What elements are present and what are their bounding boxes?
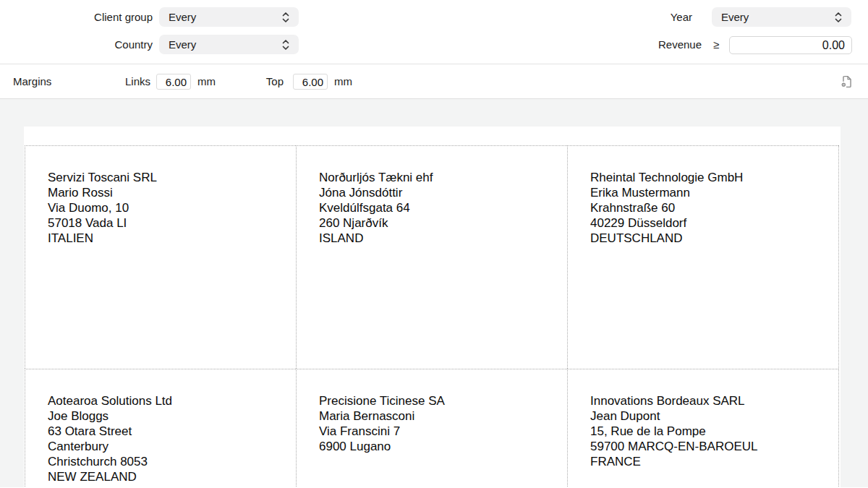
labels-grid: Servizi Toscani SRLMario RossiVia Duomo,… (25, 145, 839, 487)
chevron-up-down-icon (281, 12, 290, 23)
address-line: FRANCE (590, 454, 831, 469)
address-line: DEUTSCHLAND (590, 231, 831, 246)
address-label: Precisione Ticinese SAMaria BernasconiVi… (296, 369, 567, 487)
address-line: Rheintal Technologie GmbH (590, 170, 831, 185)
address-line: 63 Otara Street (48, 424, 289, 439)
client-group-select[interactable]: Every (159, 7, 299, 27)
label-sheet: Servizi Toscani SRLMario RossiVia Duomo,… (24, 127, 841, 487)
address-line: 57018 Vada LI (48, 215, 289, 231)
address-line: Precisione Ticinese SA (319, 393, 560, 408)
address-line: 15, Rue de la Pompe (590, 424, 831, 439)
country-select[interactable]: Every (159, 35, 299, 54)
address-line: Canterbury (48, 439, 289, 454)
margin-top-label: Top (257, 64, 284, 99)
margin-left-label: Links (109, 64, 150, 99)
margins-bar: Margins Links mm Top mm (0, 64, 868, 99)
client-group-value: Every (169, 11, 281, 23)
margin-left-unit: mm (197, 64, 216, 99)
revenue-input[interactable] (729, 36, 852, 54)
year-select[interactable]: Every (712, 7, 851, 27)
greater-equal-sign: ≥ (713, 35, 719, 54)
address-line: 6900 Lugano (319, 439, 560, 454)
country-label: Country (8, 35, 153, 54)
year-label: Year (579, 7, 692, 27)
filter-bar: Client group Every Country Every Year Ev… (0, 0, 868, 64)
chevron-up-down-icon (281, 39, 290, 51)
country-value: Every (169, 38, 281, 51)
address-line: ITALIEN (48, 231, 289, 246)
address-line: Via Franscini 7 (319, 424, 560, 439)
address-line: Christchurch 8053 (48, 454, 289, 469)
address-line: Krahnstraße 60 (590, 200, 831, 215)
year-value: Every (721, 11, 834, 23)
address-line: Servizi Toscani SRL (48, 170, 289, 185)
address-line: Erika Mustermann (590, 185, 831, 200)
address-line: Via Duomo, 10 (48, 200, 289, 215)
address-line: Joe Bloggs (48, 408, 289, 424)
address-line: Aotearoa Solutions Ltd (48, 393, 289, 408)
revenue-label: Revenue (579, 35, 702, 54)
address-line: 59700 MARCQ-EN-BAROEUL (590, 439, 831, 454)
address-line: 260 Njarðvík (319, 215, 560, 231)
address-label: Innovations Bordeaux SARLJean Dupont15, … (567, 369, 838, 487)
address-label: Rheintal Technologie GmbHErika Musterman… (567, 145, 838, 369)
address-line: Maria Bernasconi (319, 408, 560, 424)
page-setup-icon (838, 74, 854, 90)
address-line: Mario Rossi (48, 185, 289, 200)
address-line: Kveldúlfsgata 64 (319, 200, 560, 215)
client-group-label: Client group (8, 7, 153, 27)
address-line: Jóna Jónsdóttir (319, 185, 560, 200)
address-line: Norðurljós Tækni ehf (319, 170, 560, 185)
address-label: Servizi Toscani SRLMario RossiVia Duomo,… (25, 145, 296, 369)
address-line: Jean Dupont (590, 408, 831, 424)
margin-left-input[interactable] (156, 74, 191, 90)
margins-title: Margins (13, 64, 51, 99)
margin-top-unit: mm (334, 64, 352, 99)
address-label: Aotearoa Solutions LtdJoe Bloggs63 Otara… (25, 369, 296, 487)
address-line: 40229 Düsseldorf (590, 215, 831, 231)
address-line: ISLAND (319, 231, 560, 246)
chevron-up-down-icon (834, 12, 843, 23)
label-preview-area: Servizi Toscani SRLMario RossiVia Duomo,… (0, 99, 868, 487)
address-line: NEW ZEALAND (48, 469, 289, 484)
address-label: Norðurljós Tækni ehfJóna JónsdóttirKveld… (296, 145, 567, 369)
address-line: Innovations Bordeaux SARL (590, 393, 831, 408)
page-setup-button[interactable] (838, 74, 854, 90)
margin-top-input[interactable] (293, 74, 328, 90)
